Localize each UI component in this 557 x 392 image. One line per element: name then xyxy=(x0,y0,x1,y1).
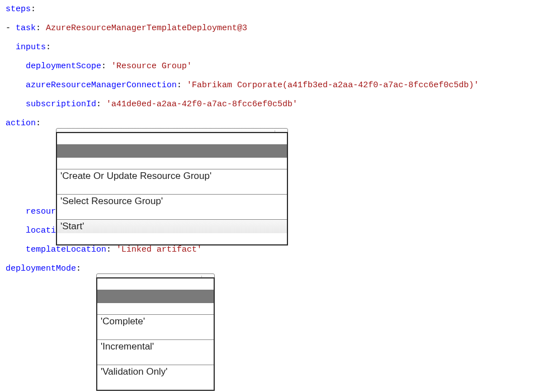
key-deploymentScope: deploymentScope xyxy=(26,62,101,71)
mode-option-incremental[interactable]: 'Incremental' xyxy=(97,339,214,353)
key-subscriptionId: subscriptionId xyxy=(26,100,96,109)
val-templateLocation: 'Linked artifact' xyxy=(116,245,202,254)
action-option-select-resource-group[interactable]: 'Select Resource Group' xyxy=(57,194,287,208)
key-inputs: inputs xyxy=(16,42,46,52)
deploymentMode-dropdown-list: 'Complete' 'Incremental' 'Validation Onl… xyxy=(96,277,215,391)
dropdown-header-spacer xyxy=(57,144,287,158)
action-dropdown[interactable]: 'Create Or Update Resource Group' 'Selec… xyxy=(56,119,288,159)
yaml-editor: steps: - task: AzureResourceManagerTempl… xyxy=(0,0,557,314)
mode-option-complete[interactable]: 'Complete' xyxy=(97,314,214,328)
val-deploymentScope: 'Resource Group' xyxy=(111,62,192,71)
val-task: AzureResourceManagerTemplateDeployment@3 xyxy=(46,23,247,33)
action-option-start[interactable]: 'Start' xyxy=(57,219,287,233)
key-task: task xyxy=(16,23,36,33)
dropdown-header-spacer xyxy=(97,290,214,303)
mode-option-validation-only[interactable]: 'Validation Only' xyxy=(97,365,214,379)
key-steps: steps xyxy=(6,4,31,14)
val-subscriptionId: 'a41de0ed-a2aa-42f0-a7ac-8fcc6ef0c5db' xyxy=(106,100,298,109)
action-row: action: 'Create Or Update Resource Group… xyxy=(6,119,551,159)
val-armconnection: 'Fabrikam Corporate(a41fb3ed-a2aa-42f0-a… xyxy=(187,81,479,90)
action-dropdown-list: 'Create Or Update Resource Group' 'Selec… xyxy=(56,132,288,245)
action-option-create-or-update[interactable]: 'Create Or Update Resource Group' xyxy=(57,169,287,183)
key-deploymentMode: deploymentMode xyxy=(6,264,76,273)
key-templateLocation: templateLocation xyxy=(26,245,106,254)
deploymentMode-row: deploymentMode: 'Complete' 'Incremental'… xyxy=(6,264,551,305)
key-armconnection: azureResourceManagerConnection xyxy=(26,81,177,90)
key-action: action xyxy=(6,119,36,128)
deploymentMode-dropdown[interactable]: 'Complete' 'Incremental' 'Validation Onl… xyxy=(96,264,215,305)
